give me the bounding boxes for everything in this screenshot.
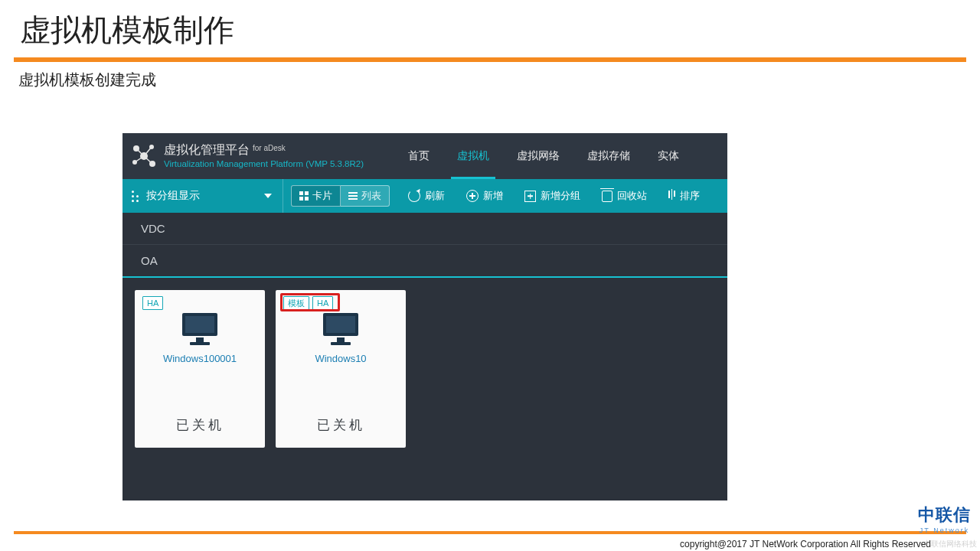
jt-logo-cn: 中联信 <box>918 504 971 527</box>
app-title: 虚拟化管理平台 <box>164 143 250 157</box>
chevron-down-icon <box>264 194 272 198</box>
toolbar: 按分组显示 卡片 列表 刷新 新增 新增分组 <box>122 179 727 213</box>
footer: 中联信 JT Network copyright@2017 JT NetWork… <box>0 531 980 551</box>
plus-square-icon <box>524 191 536 202</box>
svg-line-5 <box>136 148 144 156</box>
nav-physical[interactable]: 实体 <box>644 133 693 179</box>
tag-row: HA <box>142 296 163 310</box>
svg-rect-10 <box>185 316 214 333</box>
copyright: copyright@2017 JT NetWork Corporation Al… <box>0 534 980 551</box>
svg-rect-14 <box>326 316 355 333</box>
group-display-label: 按分组显示 <box>146 189 200 203</box>
vm-status: 已关机 <box>135 404 265 448</box>
watermark: 中联信网络科技 <box>923 539 977 549</box>
view-card-button[interactable]: 卡片 <box>291 185 341 207</box>
svg-rect-15 <box>337 337 345 342</box>
tag-ha: HA <box>312 296 333 310</box>
recycle-button[interactable]: 回收站 <box>591 179 658 213</box>
sort-label: 排序 <box>680 189 700 203</box>
svg-rect-16 <box>331 342 351 345</box>
add-label: 新增 <box>483 189 503 203</box>
slide-title: 虚拟机模板制作 <box>0 0 980 57</box>
group-oa[interactable]: OA <box>122 244 727 276</box>
nav-vm[interactable]: 虚拟机 <box>443 133 503 179</box>
group-vdc[interactable]: VDC <box>122 213 727 244</box>
vm-card[interactable]: 模板 HA Windows10 已关机 <box>276 290 406 448</box>
add-group-button[interactable]: 新增分组 <box>514 179 591 213</box>
view-list-label: 列表 <box>361 189 381 203</box>
refresh-button[interactable]: 刷新 <box>397 179 456 213</box>
slide-subtitle: 虚拟机模板创建完成 <box>0 62 980 90</box>
vm-name: Windows10 <box>315 353 366 364</box>
vm-name: Windows100001 <box>163 353 237 364</box>
view-card-label: 卡片 <box>312 189 332 203</box>
tag-row: 模板 HA <box>283 296 333 310</box>
refresh-icon <box>408 190 420 202</box>
tag-ha: HA <box>142 296 163 310</box>
svg-line-6 <box>144 147 152 156</box>
nav-vstorage[interactable]: 虚拟存储 <box>573 133 644 179</box>
svg-rect-12 <box>190 342 210 345</box>
group-list: VDC OA <box>122 213 727 278</box>
recycle-label: 回收站 <box>617 189 647 203</box>
grid-icon <box>299 191 309 201</box>
primary-nav: 首页 虚拟机 虚拟网络 虚拟存储 实体 <box>394 133 693 179</box>
monitor-icon <box>179 310 220 348</box>
nav-vnet[interactable]: 虚拟网络 <box>503 133 573 179</box>
sort-button[interactable]: 排序 <box>658 179 710 213</box>
list-icon <box>348 192 358 200</box>
view-toggle: 卡片 列表 <box>283 179 397 213</box>
svg-rect-11 <box>196 337 204 342</box>
nav-home[interactable]: 首页 <box>394 133 443 179</box>
network-nodes-icon <box>129 141 159 171</box>
app-subtitle: Virtualization Management Platform (VMP … <box>164 159 364 169</box>
jt-logo-en: JT Network <box>918 527 971 534</box>
app-window: 虚拟化管理平台 for aDesk Virtualization Managem… <box>122 133 727 500</box>
tag-template: 模板 <box>283 296 309 310</box>
view-list-button[interactable]: 列表 <box>341 185 390 207</box>
jt-logo: 中联信 JT Network <box>918 504 971 534</box>
plus-circle-icon <box>466 190 479 202</box>
app-title-suffix: for aDesk <box>253 144 286 153</box>
svg-line-8 <box>144 156 152 164</box>
sort-icon <box>668 191 675 201</box>
group-display-dropdown[interactable]: 按分组显示 <box>122 179 283 213</box>
refresh-label: 刷新 <box>425 189 445 203</box>
monitor-icon <box>320 310 361 348</box>
app-header: 虚拟化管理平台 for aDesk Virtualization Managem… <box>122 133 727 179</box>
tree-icon <box>130 191 139 202</box>
add-group-label: 新增分组 <box>541 189 580 203</box>
app-logo: 虚拟化管理平台 for aDesk Virtualization Managem… <box>127 141 364 171</box>
vm-status: 已关机 <box>276 404 406 448</box>
add-button[interactable]: 新增 <box>456 179 514 213</box>
recycle-icon <box>602 191 612 202</box>
vm-card[interactable]: HA Windows100001 已关机 <box>135 290 265 448</box>
vm-cards-area: HA Windows100001 已关机 模板 HA <box>122 278 727 460</box>
